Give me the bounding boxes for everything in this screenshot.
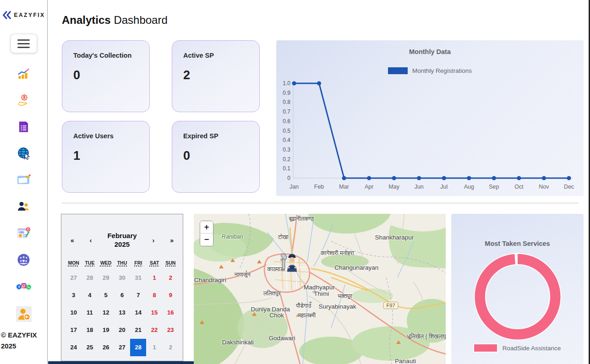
copyright: © EAZYFIX 2025 <box>0 330 37 364</box>
calendar-day[interactable]: 29 <box>98 269 114 287</box>
calendar-day[interactable]: 6 <box>114 287 130 304</box>
calendar-day[interactable]: 20 <box>114 321 130 339</box>
map-place-label: कागेश्वरी मनोहरा <box>321 250 354 256</box>
calendar-day[interactable]: 24 <box>66 339 82 356</box>
calendar-day[interactable]: 23 <box>163 321 179 339</box>
calendar-day[interactable]: 1 <box>146 339 162 356</box>
map-place-label: Panauti <box>395 358 416 364</box>
users-icon <box>17 200 31 213</box>
calendar-next-month-button[interactable]: › <box>153 237 155 244</box>
sidebar-item-service-providers[interactable] <box>16 93 32 107</box>
calendar-month-year[interactable]: February 2025 <box>107 232 137 249</box>
calendar-day[interactable]: 21 <box>130 321 146 339</box>
calendar-day[interactable]: 27 <box>66 269 82 287</box>
calendar-day[interactable]: 3 <box>66 287 82 304</box>
map-zoom-in-button[interactable]: + <box>200 221 213 234</box>
calendar-day[interactable]: 27 <box>114 339 130 356</box>
calendar-day[interactable]: 25 <box>82 339 98 356</box>
calendar-day[interactable]: 22 <box>146 321 162 339</box>
calendar-day[interactable]: 15 <box>146 304 162 321</box>
svg-text:0.3: 0.3 <box>283 147 290 153</box>
stat-label: Active Users <box>73 132 145 140</box>
calendar-day[interactable]: 11 <box>82 304 98 321</box>
calendar-day[interactable]: 12 <box>98 304 114 321</box>
calendar-day[interactable]: 9 <box>163 287 179 304</box>
calendar-widget: « ‹ February 2025 › » MONTUEWEDTHUFRISAT… <box>61 214 183 361</box>
stat-label: Today's Collection <box>73 52 145 59</box>
map-place-label: Raniban <box>222 234 243 240</box>
map-place-label: नागार्जुन <box>235 271 251 278</box>
calendar-day-selected[interactable]: 28 <box>130 339 146 356</box>
sidebar-item-blog[interactable]: BLOG <box>16 226 32 240</box>
calendar-day[interactable]: 8 <box>146 287 162 304</box>
social-icons: f <box>16 283 32 290</box>
calendar-prev-year-button[interactable]: « <box>71 237 74 244</box>
calendar-day[interactable]: 13 <box>114 304 130 321</box>
map-place-label: Thimi <box>314 290 329 297</box>
calendar-weekday: WED <box>98 260 114 266</box>
chart-title: Monthly Data <box>276 40 584 55</box>
sidebar-item-users[interactable] <box>16 200 32 213</box>
calendar-day[interactable]: 2 <box>163 339 179 356</box>
stat-value: 0 <box>73 68 145 82</box>
svg-text:0.9: 0.9 <box>283 90 290 96</box>
map-place-label: टोखा <box>278 234 289 240</box>
chart-legend: Monthly Registrations <box>276 67 584 74</box>
calendar-day[interactable]: 26 <box>98 339 114 356</box>
map-place-label: Chok <box>269 312 284 319</box>
calendar-day[interactable]: 30 <box>114 269 130 287</box>
svg-text:Dec: Dec <box>564 184 574 190</box>
most-taken-services-panel: Most Taken Services RoadSide Assistance <box>451 214 584 364</box>
blog-icon: BLOG <box>17 227 31 240</box>
calendar-day[interactable]: 16 <box>163 304 179 321</box>
calendar-day[interactable]: 28 <box>82 269 98 287</box>
svg-text:Aug: Aug <box>464 184 474 190</box>
blog-icon-label: BLOG <box>19 231 24 233</box>
calendar-month: February <box>107 232 137 240</box>
stat-card-todays-collection: Today's Collection 0 <box>62 40 150 112</box>
calendar-day[interactable]: 1 <box>146 269 162 287</box>
sidebar-item-services-list[interactable] <box>16 120 32 134</box>
svg-text:★: ★ <box>25 255 28 259</box>
calendar-day[interactable]: 17 <box>66 321 82 339</box>
stat-value: 0 <box>183 149 255 163</box>
sidebar-item-website[interactable] <box>16 147 32 160</box>
stat-cards: Today's Collection 0 Active SP 2 Active … <box>62 40 260 193</box>
calendar-day[interactable]: 18 <box>82 321 98 339</box>
page-title: Analytics Dashboard <box>62 14 168 27</box>
calendar-day[interactable]: 7 <box>130 287 146 304</box>
calendar-weekday: MON <box>66 260 82 266</box>
calendar-nav: « ‹ February 2025 › » <box>61 232 183 249</box>
donut-chart-title: Most Taken Services <box>451 214 584 247</box>
mechanic-marker[interactable] <box>277 252 298 274</box>
calendar-prev-month-button[interactable]: ‹ <box>90 237 92 244</box>
calendar-day[interactable]: 2 <box>163 269 179 287</box>
sidebar-item-reviews[interactable]: ★ ★ ★ <box>16 253 32 266</box>
section-divider <box>62 203 579 203</box>
legend-label: Monthly Registrations <box>412 67 472 74</box>
map-widget[interactable]: ✈ बूढानीलकण्ठटोखाRanibanShankharapurकागे… <box>194 214 446 364</box>
stat-label: Expired SP <box>183 132 255 140</box>
calendar-next-year-button[interactable]: » <box>170 237 174 244</box>
whatsapp-icon <box>26 284 31 289</box>
map-zoom-out-button[interactable]: − <box>200 234 213 246</box>
calendar-day[interactable]: 5 <box>98 287 114 304</box>
hamburger-menu-button[interactable] <box>11 34 37 53</box>
svg-text:0.5: 0.5 <box>283 128 290 134</box>
calendar-day[interactable]: 14 <box>130 304 146 321</box>
sidebar-item-analytics[interactable] <box>16 67 32 81</box>
copyright-line2: 2025 <box>1 341 37 352</box>
map-zoom-controls: + − <box>200 221 213 246</box>
sidebar-item-social-links[interactable]: f <box>16 279 32 293</box>
stat-card-active-sp: Active SP 2 <box>172 40 260 112</box>
calendar-weekday: SAT <box>146 260 162 266</box>
sidebar-item-logout[interactable] <box>16 306 32 322</box>
svg-text:Nov: Nov <box>539 184 549 190</box>
calendar-day[interactable]: 10 <box>66 304 82 321</box>
svg-text:Sep: Sep <box>489 184 499 190</box>
brand-logo[interactable]: EAZYFIX <box>2 10 45 20</box>
calendar-day[interactable]: 19 <box>98 321 114 339</box>
calendar-day[interactable]: 31 <box>130 269 146 287</box>
calendar-day[interactable]: 4 <box>82 287 98 304</box>
sidebar-item-banners[interactable] <box>16 173 32 187</box>
